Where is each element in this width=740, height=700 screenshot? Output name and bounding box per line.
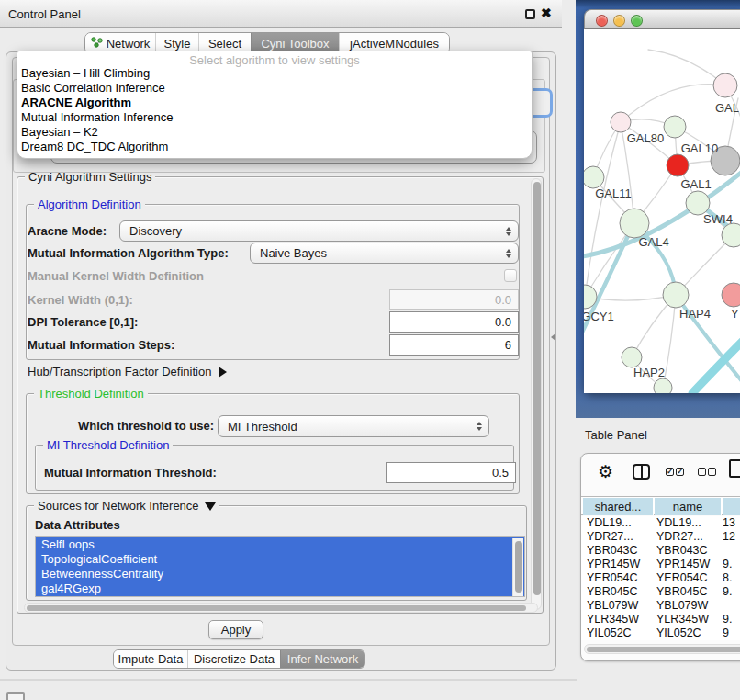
threshold-definition-title: Threshold Definition bbox=[34, 387, 148, 401]
stepper-arrows-icon bbox=[506, 227, 511, 236]
attributes-scrollbar-thumb[interactable] bbox=[515, 541, 522, 593]
which-threshold-combo[interactable]: MI Threshold bbox=[218, 415, 489, 437]
network-node-gal10[interactable] bbox=[664, 116, 686, 138]
column-header-name[interactable]: name bbox=[655, 498, 722, 515]
mi-steps-field[interactable]: 6 bbox=[389, 334, 519, 356]
tab-label: Cyni Toolbox bbox=[261, 37, 329, 51]
network-node-red-node[interactable] bbox=[667, 154, 689, 176]
column-header-a[interactable]: A bbox=[723, 498, 740, 515]
kernel-width-field[interactable]: 0.0 bbox=[389, 289, 519, 310]
node-label-swi4: SWI4 bbox=[703, 212, 733, 226]
table-row[interactable]: YLR345WYLR345W9. bbox=[581, 613, 740, 627]
close-traffic-light-icon[interactable] bbox=[596, 15, 608, 27]
settings-horizontal-scrollbar[interactable] bbox=[24, 603, 538, 613]
network-node-gal80[interactable] bbox=[611, 112, 631, 132]
network-edge[interactable] bbox=[692, 336, 740, 393]
tab-discretize-data[interactable]: Discretize Data bbox=[187, 650, 280, 668]
splitpane-collapse-icon[interactable] bbox=[551, 333, 555, 341]
network-node-hap4[interactable] bbox=[663, 282, 689, 308]
table-row[interactable]: YIL052CYIL052C9 bbox=[581, 627, 740, 640]
algorithm-option-bayesian-k2[interactable]: Bayesian – K2 bbox=[17, 125, 532, 140]
table-cell: 9 bbox=[723, 627, 740, 640]
column-layout-icon[interactable] bbox=[633, 464, 650, 480]
table-row[interactable]: YDL19...YDL19...13 bbox=[581, 516, 740, 530]
network-node-gal11[interactable] bbox=[584, 166, 604, 188]
table-cell: YDR27... bbox=[656, 530, 721, 544]
network-window-titlebar[interactable] bbox=[584, 9, 740, 29]
tab-impute-data[interactable]: Impute Data bbox=[114, 650, 187, 668]
attribute-item-topologicalcoefficient[interactable]: TopologicalCoefficient bbox=[36, 552, 524, 567]
table-row[interactable]: YBL079WYBL079W bbox=[581, 599, 740, 613]
table-cell: YPR145W bbox=[587, 558, 653, 571]
table-row[interactable]: YDR27...YDR27...12 bbox=[581, 530, 740, 544]
gear-icon[interactable]: ⚙ bbox=[598, 461, 613, 482]
data-attributes-list[interactable]: SelfLoopsTopologicalCoefficientBetweenne… bbox=[35, 536, 525, 597]
zoom-traffic-light-icon[interactable] bbox=[631, 15, 643, 27]
table-cell: YDR27... bbox=[587, 530, 653, 544]
network-edge[interactable] bbox=[648, 50, 725, 85]
attribute-item-selfloops[interactable]: SelfLoops bbox=[36, 537, 524, 552]
triangle-down-icon[interactable] bbox=[205, 502, 216, 511]
network-edge[interactable] bbox=[584, 226, 633, 344]
network-node-salmon-node[interactable] bbox=[722, 283, 740, 307]
node-label-gal: GAL bbox=[715, 101, 739, 115]
table-row[interactable]: YBR045CYBR045C9. bbox=[581, 585, 740, 599]
table-cell: YBR043C bbox=[587, 544, 653, 558]
dpi-tolerance-field[interactable]: 0.0 bbox=[389, 311, 519, 333]
node-label-gal80: GAL80 bbox=[627, 131, 664, 145]
network-window[interactable]: GALGAL80GAL10GAL1GAL11SWI4GAL4GCY1HAP4YH… bbox=[584, 9, 740, 393]
aracne-mode-value: Discovery bbox=[129, 224, 182, 238]
attributes-scrollbar[interactable] bbox=[512, 538, 523, 597]
float-window-icon[interactable] bbox=[525, 9, 535, 19]
table-row[interactable]: YBR043CYBR043C bbox=[581, 544, 740, 558]
mi-threshold-field[interactable]: 0.5 bbox=[386, 462, 516, 483]
column-header-shared-[interactable]: shared... bbox=[583, 498, 654, 515]
settings-vertical-scrollbar[interactable] bbox=[531, 178, 542, 610]
table-horizontal-scrollbar[interactable] bbox=[584, 644, 740, 654]
attribute-item-gal4rgexp[interactable]: gal4RGexp bbox=[36, 581, 524, 596]
table-hscroll-thumb[interactable] bbox=[587, 647, 740, 653]
node-label-gal4: GAL4 bbox=[638, 235, 668, 249]
algorithm-option-mutual-information-inference[interactable]: Mutual Information Inference bbox=[17, 110, 532, 125]
network-icon bbox=[91, 37, 103, 51]
network-edge[interactable] bbox=[585, 122, 621, 297]
algorithm-option-bayesian-hill-climbing[interactable]: Bayesian – Hill Climbing bbox=[17, 66, 532, 81]
table-cell: 13 bbox=[723, 516, 740, 530]
algorithm-option-dream8-dc-tdc-algorithm[interactable]: Dream8 DC_TDC Algorithm bbox=[17, 140, 532, 154]
settings-scrollbar-thumb[interactable] bbox=[533, 182, 541, 595]
node-label-hap4: HAP4 bbox=[679, 307, 711, 321]
export-table-icon[interactable] bbox=[729, 459, 740, 478]
select-all-checkboxes-icon[interactable]: ✓✓ bbox=[666, 468, 684, 476]
algorithm-popup-prompt: Select algorithm to view settings bbox=[17, 51, 532, 66]
algorithm-option-basic-correlation-inference[interactable]: Basic Correlation Inference bbox=[17, 81, 532, 96]
minimize-traffic-light-icon[interactable] bbox=[613, 15, 625, 27]
network-node-gal4[interactable] bbox=[620, 209, 649, 238]
table-cell: YBR045C bbox=[656, 585, 721, 599]
network-graph[interactable]: GALGAL80GAL10GAL1GAL11SWI4GAL4GCY1HAP4YH… bbox=[584, 29, 740, 393]
table-row[interactable]: YER054CYER054C8. bbox=[581, 571, 740, 585]
network-canvas[interactable]: GALGAL80GAL10GAL1GAL11SWI4GAL4GCY1HAP4YH… bbox=[584, 29, 740, 393]
network-node-bottom-node[interactable] bbox=[654, 378, 672, 393]
aracne-mode-combo[interactable]: Discovery bbox=[119, 220, 519, 242]
network-node-top-pink[interactable] bbox=[713, 73, 737, 97]
hub-definition-toggle[interactable]: Hub/Transcription Factor Definition bbox=[28, 365, 227, 378]
network-node-hap2[interactable] bbox=[622, 347, 642, 367]
settings-hscroll-thumb[interactable] bbox=[27, 605, 526, 612]
attribute-item-betweennesscentrality[interactable]: BetweennessCentrality bbox=[36, 567, 524, 581]
apply-button[interactable]: Apply bbox=[208, 620, 263, 639]
which-threshold-value: MI Threshold bbox=[228, 420, 297, 434]
tab-label: Select bbox=[208, 37, 241, 51]
tab-infer-network[interactable]: Infer Network bbox=[280, 650, 364, 668]
close-icon[interactable]: ✖ bbox=[541, 6, 552, 20]
table-cell: YBR045C bbox=[587, 585, 653, 599]
manual-kernel-checkbox[interactable] bbox=[504, 269, 517, 282]
table-row[interactable]: YPR145WYPR145W9. bbox=[581, 558, 740, 571]
mi-threshold-group-title: MI Threshold Definition bbox=[43, 438, 173, 452]
control-panel-titlebar: Control Panel ✖ bbox=[0, 0, 562, 28]
partial-panel-icon[interactable] bbox=[6, 692, 25, 700]
mi-type-combo[interactable]: Naive Bayes bbox=[250, 243, 519, 264]
deselect-all-checkboxes-icon[interactable] bbox=[698, 468, 716, 476]
algorithm-option-aracne-algorithm[interactable]: ARACNE Algorithm bbox=[17, 96, 532, 110]
table-cell: YDL19... bbox=[656, 516, 721, 530]
network-edge[interactable] bbox=[663, 295, 676, 388]
